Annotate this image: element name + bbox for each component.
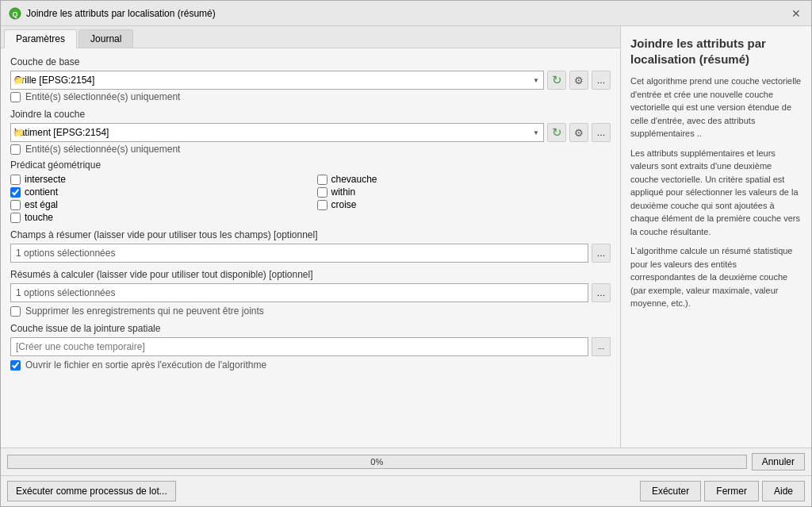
ouvrir-row: Ouvrir le fichier en sortie après l'exéc… (10, 359, 611, 371)
right-panel: Joindre les attributs par localisation (… (621, 26, 811, 447)
help-para-2: Les attributs supplémentaires et leurs v… (630, 147, 802, 239)
supprimer-checkbox[interactable] (10, 306, 21, 317)
joindre-couche-wrapper: batiment [EPSG:2154] 📁 (10, 123, 544, 142)
predicat-touche-checkbox[interactable] (10, 213, 21, 223)
couche-jointure-row: … (10, 337, 611, 356)
close-window-button[interactable]: ✕ (789, 6, 803, 21)
couche-base-extra-button[interactable]: … (592, 71, 611, 90)
tab-bar: Paramètres Journal (1, 26, 620, 48)
execute-batch-button[interactable]: Exécuter comme processus de lot... (7, 481, 176, 501)
champs-input[interactable] (10, 244, 588, 263)
predicat-chevauche: chevauche (317, 174, 611, 185)
help-para-1: Cet algorithme prend une couche vectorie… (630, 75, 802, 140)
help-title: Joindre les attributs par localisation (… (630, 36, 802, 67)
predicat-croise-checkbox[interactable] (317, 200, 327, 210)
supprimer-row: Supprimer les enregistrements qui ne peu… (10, 305, 611, 317)
couche-jointure-input[interactable] (10, 337, 588, 356)
predicat-chevauche-checkbox[interactable] (317, 175, 327, 185)
joindre-couche-refresh-button[interactable]: ↻ (547, 123, 566, 142)
tab-journal[interactable]: Journal (79, 29, 133, 48)
entite-selectionnee-1-checkbox[interactable] (10, 92, 21, 102)
couche-base-settings-button[interactable]: ⚙ (569, 71, 588, 90)
cancel-button[interactable]: Annuler (752, 453, 805, 471)
progress-row: 0% Annuler (1, 448, 811, 475)
main-dialog: Q Joindre les attributs par localisation… (0, 0, 812, 507)
predicat-touche: touche (10, 212, 304, 223)
action-row: Exécuter comme processus de lot... Exécu… (1, 475, 811, 506)
predicat-croise: croise (317, 199, 611, 210)
resumes-extra-button[interactable]: … (592, 283, 611, 302)
champs-extra-button[interactable]: … (592, 244, 611, 263)
joindre-couche-extra-button[interactable]: … (592, 123, 611, 142)
predicat-contient-label: contient (25, 186, 58, 198)
bottom-bar: 0% Annuler Exécuter comme processus de l… (1, 447, 811, 506)
progress-bar-container: 0% (7, 455, 747, 469)
resumes-row: … (10, 283, 611, 302)
joindre-couche-settings-button[interactable]: ⚙ (569, 123, 588, 142)
predicat-intersecte-checkbox[interactable] (10, 175, 21, 185)
svg-text:Q: Q (12, 10, 17, 18)
entite-selectionnee-2-checkbox[interactable] (10, 144, 21, 155)
predicat-intersecte: intersecte (10, 174, 304, 185)
champs-row: … (10, 244, 611, 263)
titlebar-left: Q Joindre les attributs par localisation… (9, 7, 216, 20)
params-panel: Couche de base Grille [EPSG:2154] 📁 ↻ ⚙ … (1, 48, 620, 447)
resumes-label: Résumés à calculer (laisser vide pour ut… (10, 269, 611, 280)
couche-jointure-extra-wrapper: … (592, 337, 611, 356)
predicat-est-egal-label: est égal (25, 199, 58, 210)
predicat-est-egal: est égal (10, 199, 304, 210)
progress-label: 0% (370, 457, 383, 467)
couche-jointure-label: Couche issue de la jointure spatiale (10, 323, 611, 334)
predicat-chevauche-label: chevauche (331, 174, 377, 185)
tab-parametres[interactable]: Paramètres (4, 29, 77, 48)
execute-button[interactable]: Exécuter (640, 481, 701, 501)
entite-selectionnee-1-label: Entité(s) sélectionnée(s) uniquement (25, 91, 180, 102)
predicat-contient-checkbox[interactable] (10, 187, 21, 198)
help-button[interactable]: Aide (762, 481, 805, 501)
champs-label: Champs à résumer (laisser vide pour util… (10, 229, 611, 240)
predicat-section: Prédicat géométrique intersecte chevauch… (10, 159, 611, 223)
predicat-contient: contient (10, 186, 304, 198)
dialog-title: Joindre les attributs par localisation (… (26, 8, 216, 19)
left-panel: Paramètres Journal Couche de base Grille… (1, 26, 621, 447)
entite-selectionnee-1-row: Entité(s) sélectionnée(s) uniquement (10, 91, 611, 102)
predicat-within-checkbox[interactable] (317, 187, 327, 198)
predicat-grid: intersecte chevauche contient withi (10, 174, 611, 223)
ouvrir-checkbox[interactable] (10, 360, 21, 371)
close-button[interactable]: Fermer (704, 481, 759, 501)
joindre-couche-label: Joindre la couche (10, 109, 611, 120)
entite-selectionnee-2-row: Entité(s) sélectionnée(s) uniquement (10, 144, 611, 155)
titlebar: Q Joindre les attributs par localisation… (1, 1, 811, 26)
couche-jointure-up-button[interactable]: … (592, 338, 610, 355)
couche-base-wrapper: Grille [EPSG:2154] 📁 (10, 71, 544, 90)
predicat-est-egal-checkbox[interactable] (10, 200, 21, 210)
joindre-couche-select[interactable]: batiment [EPSG:2154] (10, 123, 544, 142)
content-area: Paramètres Journal Couche de base Grille… (1, 26, 811, 447)
predicat-within-label: within (331, 186, 356, 198)
predicat-label: Prédicat géométrique (10, 159, 611, 171)
couche-base-select[interactable]: Grille [EPSG:2154] (10, 71, 544, 90)
predicat-croise-label: croise (331, 199, 357, 210)
couche-base-label: Couche de base (10, 56, 611, 67)
entite-selectionnee-2-label: Entité(s) sélectionnée(s) uniquement (25, 144, 180, 155)
joindre-couche-row: batiment [EPSG:2154] 📁 ↻ ⚙ … (10, 123, 611, 142)
supprimer-label: Supprimer les enregistrements qui ne peu… (25, 305, 264, 317)
action-buttons: Exécuter Fermer Aide (640, 481, 805, 501)
couche-base-row: Grille [EPSG:2154] 📁 ↻ ⚙ … (10, 71, 611, 90)
predicat-intersecte-label: intersecte (25, 174, 66, 185)
qgis-icon: Q (9, 7, 21, 20)
resumes-input[interactable] (10, 283, 588, 302)
predicat-within: within (317, 186, 611, 198)
couche-base-refresh-button[interactable]: ↻ (547, 71, 566, 90)
ouvrir-label: Ouvrir le fichier en sortie après l'exéc… (25, 359, 266, 371)
predicat-touche-label: touche (25, 212, 53, 223)
help-para-3: L'algorithme calcule un résumé statistiq… (630, 244, 802, 310)
